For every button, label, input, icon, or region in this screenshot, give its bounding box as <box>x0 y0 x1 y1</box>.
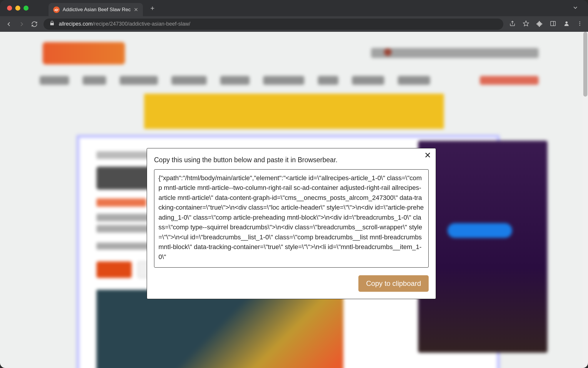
tab-title: Addictive Asian Beef Slaw Rec <box>63 7 131 13</box>
close-window-button[interactable] <box>7 6 12 11</box>
url-path: /recipe/247300/addictive-asian-beef-slaw… <box>93 21 190 27</box>
svg-rect-1 <box>551 21 556 26</box>
new-tab-button[interactable]: + <box>151 4 155 12</box>
export-modal: ✕ Copy this using the button below and p… <box>147 148 436 299</box>
lock-icon <box>49 21 55 27</box>
site-logo <box>43 42 125 64</box>
svg-point-4 <box>579 21 580 22</box>
export-code-textarea[interactable] <box>154 169 429 268</box>
copy-to-clipboard-button[interactable]: Copy to clipboard <box>358 275 429 292</box>
scrollbar-thumb[interactable] <box>583 32 587 97</box>
svg-point-3 <box>565 21 567 23</box>
sidepanel-icon[interactable] <box>550 20 556 28</box>
svg-marker-0 <box>523 21 529 26</box>
close-tab-icon[interactable]: ✕ <box>134 6 138 13</box>
bookmark-star-icon[interactable] <box>523 20 529 28</box>
address-bar: allrecipes.com/recipe/247300/addictive-a… <box>0 16 588 32</box>
page-scrollbar[interactable] <box>583 32 588 368</box>
tab-bar: a|r Addictive Asian Beef Slaw Rec ✕ + <box>0 0 588 16</box>
kebab-menu-icon[interactable] <box>577 21 583 28</box>
browser-tab[interactable]: a|r Addictive Asian Beef Slaw Rec ✕ <box>49 3 143 16</box>
page-content: ✕ Copy this using the button below and p… <box>0 32 583 368</box>
svg-point-6 <box>579 25 580 26</box>
profile-icon[interactable] <box>563 20 570 28</box>
reload-button[interactable] <box>31 21 38 27</box>
modal-instruction-text: Copy this using the button below and pas… <box>154 156 429 164</box>
browser-chrome: a|r Addictive Asian Beef Slaw Rec ✕ + <box>0 0 588 32</box>
url-host: allrecipes.com <box>59 21 93 27</box>
close-modal-button[interactable]: ✕ <box>424 151 431 160</box>
chevron-down-icon[interactable] <box>572 7 579 12</box>
svg-point-5 <box>579 23 580 24</box>
url-input[interactable]: allrecipes.com/recipe/247300/addictive-a… <box>44 19 503 30</box>
maximize-window-button[interactable] <box>24 6 29 11</box>
share-icon[interactable] <box>509 20 516 28</box>
minimize-window-button[interactable] <box>15 6 20 11</box>
forward-button[interactable] <box>18 21 25 28</box>
window-controls <box>7 6 29 11</box>
extensions-icon[interactable] <box>536 20 543 28</box>
tab-favicon-icon: a|r <box>53 6 60 13</box>
back-button[interactable] <box>5 21 12 28</box>
